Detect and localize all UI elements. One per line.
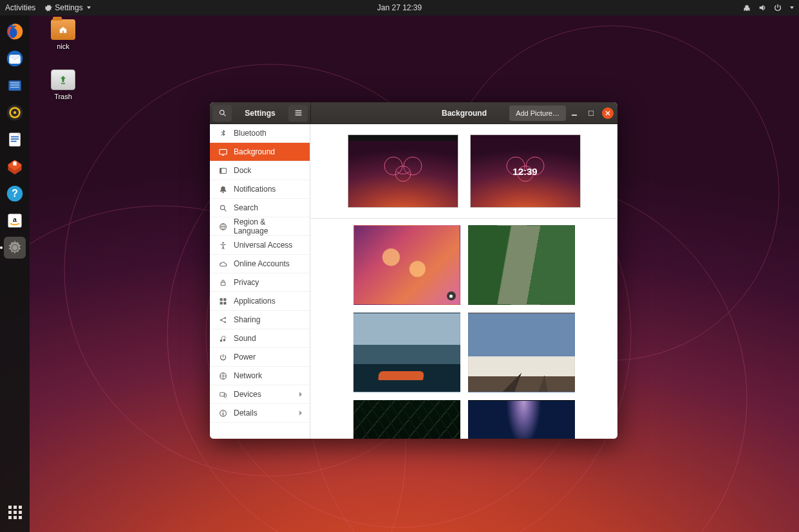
sidebar-item-power[interactable]: Power <box>210 348 310 367</box>
svg-point-50 <box>223 411 224 412</box>
sidebar-item-label: Applications <box>234 297 276 306</box>
sidebar-item-devices[interactable]: Devices <box>210 385 310 404</box>
chevron-down-icon <box>87 6 91 9</box>
svg-rect-41 <box>220 302 223 304</box>
sidebar-item-region-language[interactable]: Region & Language <box>210 217 310 236</box>
dock-files[interactable] <box>4 75 26 96</box>
svg-point-7 <box>746 9 748 11</box>
selected-indicator-icon <box>447 291 456 300</box>
gear-icon <box>44 4 52 12</box>
wallpaper-option[interactable] <box>353 313 460 392</box>
sidebar-item-label: Notifications <box>234 185 276 194</box>
system-menu-chevron-icon[interactable] <box>790 6 794 9</box>
activities-button[interactable]: Activities <box>5 3 35 12</box>
window-maximize-button[interactable] <box>585 107 597 119</box>
sidebar-item-search[interactable]: Search <box>210 199 310 217</box>
search-icon <box>219 204 227 212</box>
desktop-home-folder[interactable]: nick <box>42 19 84 50</box>
app-menu-label: Settings <box>55 3 82 12</box>
sidebar-item-label: Background <box>234 147 275 156</box>
dock-help[interactable]: ? <box>4 183 26 205</box>
sidebar-item-network[interactable]: Network <box>210 367 310 385</box>
sidebar-item-privacy[interactable]: Privacy <box>210 273 310 292</box>
sidebar-item-label: Dock <box>234 166 251 175</box>
sidebar-item-bluetooth[interactable]: Bluetooth <box>210 124 310 143</box>
svg-rect-13 <box>10 84 19 86</box>
sidebar-item-details[interactable]: Details <box>210 404 310 423</box>
background-panel: 12:39 <box>310 124 617 439</box>
grid-icon <box>219 297 227 306</box>
desktop-trash[interactable]: Trash <box>42 69 84 100</box>
sidebar-item-label: Region & Language <box>234 217 301 235</box>
wallpaper-option[interactable] <box>468 225 575 305</box>
lock-screen-time: 12:39 <box>471 135 580 207</box>
svg-rect-48 <box>224 393 226 397</box>
chevron-right-icon <box>298 390 303 399</box>
wallpaper-option[interactable] <box>468 313 575 392</box>
wallpaper-option[interactable] <box>468 400 575 439</box>
svg-rect-40 <box>223 298 226 300</box>
window-titlebar[interactable]: Settings Background Add Picture… <box>210 102 617 124</box>
bluetooth-icon <box>219 129 227 138</box>
svg-point-29 <box>220 110 224 115</box>
sidebar-item-label: Sound <box>234 334 256 343</box>
settings-window: Settings Background Add Picture… Bluetoo… <box>210 102 617 439</box>
settings-sidebar: Bluetooth Background Dock Notifications … <box>210 124 310 439</box>
window-close-button[interactable] <box>602 107 614 119</box>
network-icon[interactable] <box>742 3 751 12</box>
sidebar-item-label: Online Accounts <box>234 259 290 268</box>
add-picture-button[interactable]: Add Picture… <box>509 105 566 121</box>
cloud-icon <box>219 260 227 268</box>
svg-rect-12 <box>10 82 19 84</box>
sidebar-item-online-accounts[interactable]: Online Accounts <box>210 255 310 273</box>
power-icon[interactable] <box>773 3 782 12</box>
clock-button[interactable]: Jan 27 12:39 <box>377 3 422 12</box>
dock-libreoffice-writer[interactable] <box>4 129 26 151</box>
svg-point-52 <box>384 157 402 175</box>
window-minimize-button[interactable] <box>569 107 580 119</box>
chevron-right-icon <box>298 408 303 417</box>
info-icon <box>219 409 227 417</box>
dock-amazon[interactable]: a <box>4 210 26 232</box>
svg-point-35 <box>220 205 225 210</box>
volume-icon[interactable] <box>758 3 767 12</box>
svg-point-37 <box>222 242 224 244</box>
sidebar-item-label: Network <box>234 371 262 380</box>
window-title-right: Background <box>442 109 487 118</box>
wallpaper-option[interactable] <box>353 400 460 439</box>
svg-rect-42 <box>223 302 226 304</box>
sidebar-item-background[interactable]: Background <box>210 143 310 161</box>
svg-text:?: ? <box>12 188 18 199</box>
sidebar-item-label: Sharing <box>234 315 260 324</box>
desktop-background-preview[interactable] <box>348 134 458 208</box>
desktop-home-label: nick <box>57 42 70 50</box>
dock-ubuntu-software[interactable] <box>4 156 26 178</box>
sidebar-item-dock[interactable]: Dock <box>210 161 310 180</box>
app-menu-button[interactable]: Settings <box>44 3 90 12</box>
sidebar-item-applications[interactable]: Applications <box>210 292 310 311</box>
sidebar-item-label: Search <box>234 203 258 212</box>
bell-icon <box>219 185 227 194</box>
lock-screen-preview[interactable]: 12:39 <box>470 134 581 208</box>
svg-rect-38 <box>221 282 225 285</box>
dock: ? a <box>0 15 30 532</box>
wallpaper-option[interactable] <box>353 225 460 305</box>
dock-thunderbird[interactable] <box>4 48 26 69</box>
dock-firefox[interactable] <box>4 21 26 42</box>
sidebar-item-sound[interactable]: Sound <box>210 329 310 348</box>
svg-rect-31 <box>588 111 594 116</box>
sidebar-item-label: Details <box>234 408 258 417</box>
svg-rect-32 <box>220 149 227 154</box>
show-applications-button[interactable] <box>4 501 26 523</box>
hamburger-menu-button[interactable] <box>288 105 308 122</box>
desktop-trash-label: Trash <box>54 93 72 100</box>
hamburger-icon <box>294 109 303 117</box>
search-button[interactable] <box>212 105 232 122</box>
sidebar-item-sharing[interactable]: Sharing <box>210 311 310 329</box>
display-icon <box>219 148 227 156</box>
sidebar-item-universal-access[interactable]: Universal Access <box>210 236 310 255</box>
dock-settings[interactable] <box>4 237 26 259</box>
sidebar-item-notifications[interactable]: Notifications <box>210 180 310 199</box>
dock-icon <box>219 167 227 175</box>
dock-rhythmbox[interactable] <box>4 102 26 124</box>
